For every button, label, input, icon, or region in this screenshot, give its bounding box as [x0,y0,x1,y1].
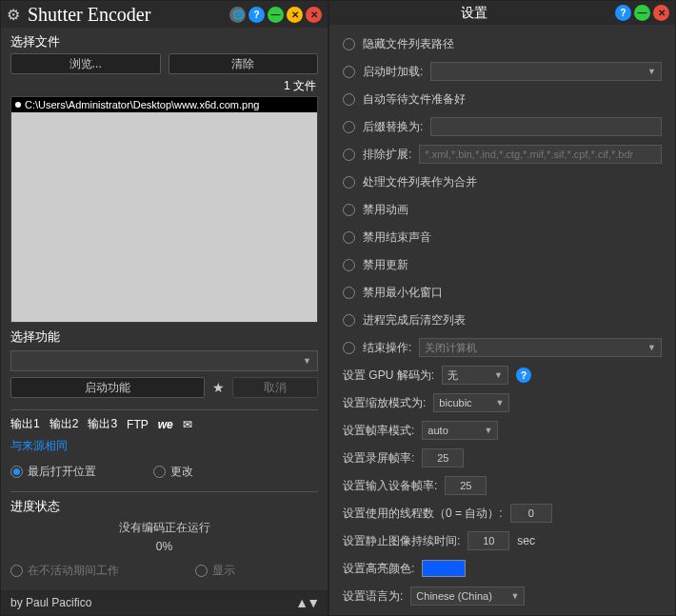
clear-after-label: 进程完成后清空列表 [363,312,466,328]
scale-mode-label: 设置缩放模式为: [343,395,426,411]
mail-icon[interactable]: ✉ [183,418,192,431]
star-icon[interactable]: ★ [212,380,225,395]
file-item[interactable]: C:\Users\Administrator\Desktop\www.x6d.c… [11,97,317,112]
merge-label: 处理文件列表作为合并 [363,174,477,190]
accent-color-picker[interactable] [422,560,466,577]
end-action-dropdown[interactable]: 关闭计算机▼ [419,338,662,357]
scale-mode-value: bicubic [439,397,471,408]
close-icon[interactable]: ✕ [653,5,669,21]
suffix-radio[interactable] [343,121,355,133]
hide-path-radio[interactable] [343,38,355,50]
fps-mode-label: 设置帧率模式: [343,423,414,439]
disable-sound-radio[interactable] [343,231,355,244]
end-action-label: 结束操作: [363,340,411,356]
chevron-down-icon: ▼ [647,343,656,352]
credit: by Paul Pacifico [10,596,91,609]
show-label: 显示 [212,563,235,579]
auto-wait-radio[interactable] [343,93,355,106]
file-list[interactable]: C:\Users\Administrator\Desktop\www.x6d.c… [10,96,318,323]
change-radio[interactable] [153,466,166,478]
help-icon[interactable]: ? [516,368,531,383]
bullet-icon [15,102,21,108]
threads-input[interactable] [510,504,552,523]
app-title: Shutter Encoder [28,4,227,26]
minimize-icon[interactable]: — [268,7,284,23]
in-fps-input[interactable] [445,476,487,495]
chevron-down-icon: ▼ [303,356,311,366]
idle-work-radio[interactable] [10,565,23,577]
accent-label: 设置高亮颜色: [343,561,414,577]
help-icon[interactable]: ? [249,7,265,23]
suffix-label: 后缀替换为: [363,119,423,135]
gpu-decode-dropdown[interactable]: 无▼ [442,366,508,385]
minimize-icon[interactable]: — [634,5,650,21]
file-count: 1 文件 [1,74,328,96]
clear-after-radio[interactable] [343,314,355,327]
load-start-radio[interactable] [343,66,355,78]
scale-mode-dropdown[interactable]: bicubic▼ [433,393,509,412]
same-as-source-link[interactable]: 与来源相同 [1,436,328,456]
in-fps-label: 设置输入设备帧率: [343,478,437,494]
file-path: C:\Users\Administrator\Desktop\www.x6d.c… [25,99,259,110]
idle-work-label: 在不活动期间工作 [28,563,119,579]
chevron-down-icon: ▼ [484,426,492,435]
close-icon[interactable]: ✕ [306,7,322,23]
wetransfer-icon[interactable]: we [158,418,173,431]
select-file-label: 选择文件 [1,28,328,53]
disable-min-label: 禁用最小化窗口 [363,285,443,301]
lang-value: Chinese (China) [416,590,491,602]
disable-update-radio[interactable] [343,259,355,271]
load-start-label: 启动时加载: [363,64,423,80]
tab-output1[interactable]: 输出1 [10,416,40,432]
function-dropdown[interactable]: ▼ [10,350,318,371]
disable-min-radio[interactable] [343,287,355,299]
maximize-icon[interactable]: ✕ [287,7,303,23]
fps-mode-dropdown[interactable]: auto▼ [422,421,498,440]
exclude-label: 排除扩展: [363,147,411,163]
fps-mode-value: auto [427,425,447,436]
exclude-input[interactable] [419,145,662,164]
rec-fps-input[interactable] [422,448,464,467]
tab-output2[interactable]: 输出2 [50,416,79,432]
lang-dropdown[interactable]: Chinese (China)▼ [410,586,525,606]
tab-output3[interactable]: 输出3 [88,416,117,432]
sec-label: sec [517,534,535,547]
globe-icon[interactable]: 🌐 [229,7,246,23]
browse-button[interactable]: 浏览... [10,53,161,74]
lang-label: 设置语言为: [343,588,403,605]
still-dur-input[interactable] [467,531,509,550]
open-last-label: 最后打开位置 [28,464,96,480]
chevron-down-icon: ▼ [510,591,519,601]
change-label: 更改 [170,464,193,480]
gear-icon[interactable]: ⚙ [7,6,20,24]
progress-label: 进度状态 [1,492,328,518]
rec-fps-label: 设置录屏帧率: [343,450,414,467]
load-start-dropdown[interactable]: ▼ [430,62,662,81]
start-function-button[interactable]: 启动功能 [10,377,205,398]
merge-radio[interactable] [343,176,355,189]
chevron-down-icon: ▼ [495,398,504,407]
help-icon[interactable]: ? [615,5,631,21]
threads-label: 设置使用的线程数（0 = 自动）: [343,506,503,522]
cancel-button[interactable]: 取消 [232,377,318,398]
disable-update-label: 禁用更新 [363,257,408,273]
suffix-input[interactable] [430,117,662,136]
disable-sound-label: 禁用结束声音 [363,229,431,246]
settings-title: 设置 [335,5,612,22]
select-func-label: 选择功能 [1,323,328,348]
output-tabs: 输出1 输出2 输出3 FTP we ✉ [1,410,328,436]
expand-icon[interactable]: ▲▼ [295,595,318,610]
open-last-radio[interactable] [10,466,23,478]
progress-status: 没有编码正在运行 [1,518,328,538]
end-action-radio[interactable] [343,342,355,354]
progress-pct: 0% [1,538,328,555]
disable-anim-radio[interactable] [343,204,355,216]
gpu-decode-label: 设置 GPU 解码为: [343,368,434,384]
chevron-down-icon: ▼ [494,370,503,380]
tab-ftp[interactable]: FTP [127,418,149,431]
show-radio[interactable] [195,565,208,577]
still-dur-label: 设置静止图像持续时间: [343,533,460,549]
auto-wait-label: 自动等待文件准备好 [363,91,466,108]
exclude-radio[interactable] [343,149,355,161]
clear-button[interactable]: 清除 [169,53,319,74]
